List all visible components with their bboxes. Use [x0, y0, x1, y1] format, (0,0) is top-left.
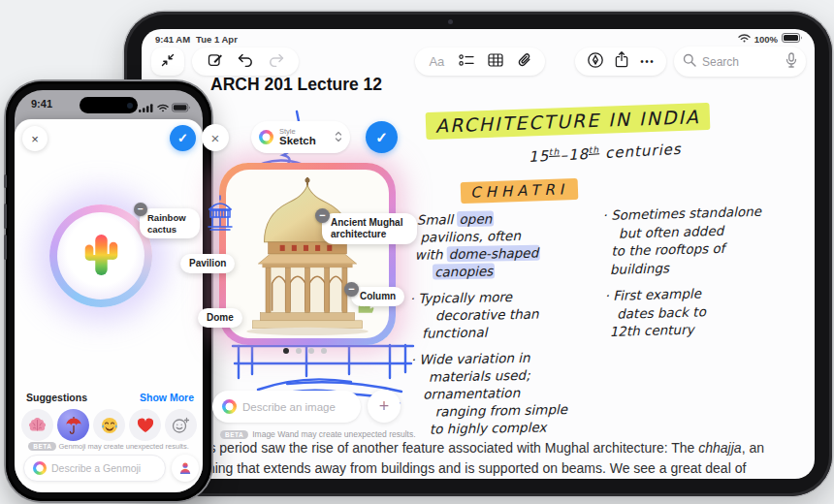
- notes-column-right: · Sometimes standalone but often added t…: [602, 201, 815, 341]
- minus-icon: −: [348, 284, 354, 295]
- remove-tag-button[interactable]: −: [344, 282, 359, 297]
- bullet-item: · Typically more decorative than functio…: [409, 286, 628, 342]
- undo-button[interactable]: [238, 53, 253, 71]
- image-wand-beta-note: BETA Image Wand may create unexpected re…: [220, 429, 416, 439]
- style-value: Sketch: [279, 136, 316, 147]
- table-button[interactable]: [488, 53, 503, 71]
- sketch-pavilion-icon: [204, 194, 237, 233]
- close-icon: ×: [31, 132, 39, 146]
- add-image-button[interactable]: +: [368, 390, 401, 423]
- chevron-up-down-icon: [335, 129, 342, 146]
- tag-column[interactable]: − Column: [351, 287, 404, 306]
- check-icon: ✓: [177, 131, 188, 145]
- text-format-button[interactable]: Aa: [429, 54, 444, 69]
- close-icon: ×: [211, 130, 220, 146]
- suggestion-umbrella-genmoji[interactable]: [57, 409, 89, 441]
- minus-icon: −: [319, 210, 325, 221]
- bullet-item: · Sometimes standalone but often added t…: [602, 201, 815, 278]
- iphone-screen: 9:41 × ✓: [15, 90, 203, 492]
- handwritten-section-title: CHHATRI: [461, 180, 579, 202]
- wifi-icon: [738, 34, 751, 45]
- genmoji-input[interactable]: Describe a Genmoji: [23, 455, 166, 482]
- handwritten-subheading: 15th–18th centuries: [529, 141, 682, 166]
- tag-pavilion[interactable]: Pavilion: [180, 254, 235, 273]
- person-icon: [178, 461, 192, 475]
- ipad-date: Tue 1 Apr: [196, 34, 238, 45]
- plus-icon: +: [379, 396, 390, 417]
- image-wand-placeholder: Describe an image: [242, 401, 336, 413]
- iphone-device: 9:41 × ✓: [6, 81, 211, 501]
- remove-tag-button[interactable]: −: [315, 208, 330, 223]
- collapse-button[interactable]: [151, 47, 184, 76]
- show-more-link[interactable]: Show More: [140, 392, 194, 403]
- more-button[interactable]: •••: [640, 56, 655, 67]
- wifi-icon: [157, 99, 169, 116]
- ipad-status-bar: 9:41 AMTue 1 Apr: [155, 34, 243, 45]
- new-genmoji-button[interactable]: [165, 409, 197, 441]
- genmoji-beta-note: BETA Genmoji may create unexpected resul…: [15, 442, 203, 451]
- ipad-status-right: 100%: [738, 33, 803, 45]
- battery-icon: [782, 33, 803, 45]
- ipad-device: 9:41 AMTue 1 Apr 100% Aa: [124, 12, 832, 496]
- minus-icon: −: [138, 205, 144, 214]
- bullet-item: · Wide variation in materials used; orna…: [410, 347, 630, 438]
- compose-button[interactable]: [208, 52, 223, 72]
- genmoji-accept-button[interactable]: ✓: [170, 125, 196, 151]
- ipad-camera: [448, 19, 453, 24]
- ipad-time: 9:41 AM: [155, 34, 190, 45]
- camera-lens: [127, 103, 133, 109]
- image-wand-accept-button[interactable]: ✓: [366, 121, 398, 153]
- volume-up-button: [4, 204, 7, 229]
- iphone-status-icons: [139, 99, 191, 116]
- redo-button[interactable]: [269, 53, 284, 71]
- genmoji-prompt-tag[interactable]: − Rainbowcactus: [140, 208, 200, 238]
- page-indicator[interactable]: [283, 348, 327, 354]
- battery-percent: 100%: [754, 34, 778, 45]
- glow-inner: [57, 212, 144, 299]
- attachment-button[interactable]: [518, 52, 531, 72]
- share-button[interactable]: [615, 51, 628, 72]
- chhatri-illustration: [228, 173, 387, 338]
- markup-button[interactable]: [587, 51, 604, 73]
- generated-image-card[interactable]: [219, 163, 396, 345]
- beta-badge: BETA: [220, 430, 248, 439]
- bullet-item: · First example dates back to 12th centu…: [604, 281, 815, 341]
- note-title: ARCH 201 Lecture 12: [210, 75, 382, 95]
- dynamic-island: [80, 97, 138, 113]
- tag-dome[interactable]: Dome: [198, 308, 242, 328]
- suggestion-laughing-emoji[interactable]: [93, 409, 125, 441]
- mic-icon[interactable]: [786, 52, 797, 72]
- edit-toolbar-group: [192, 47, 299, 76]
- handwritten-heading: ARCHITECTURE IN INDIA: [426, 106, 711, 137]
- check-icon: ✓: [375, 129, 388, 146]
- apple-intelligence-icon: [33, 461, 47, 475]
- apple-intelligence-icon: [222, 399, 237, 414]
- person-button[interactable]: [172, 455, 199, 482]
- image-wand-close-button[interactable]: ×: [202, 124, 229, 151]
- search-icon: [683, 53, 696, 71]
- generated-image: [226, 170, 389, 338]
- genmoji-preview: [49, 205, 152, 307]
- genmoji-close-button[interactable]: ×: [22, 126, 48, 151]
- ipad-screen: 9:41 AMTue 1 Apr 100% Aa: [142, 29, 815, 479]
- tag-ancient-mughal[interactable]: − Ancient Mughalarchitecture: [322, 213, 417, 244]
- stage: 9:41 AMTue 1 Apr 100% Aa: [0, 0, 834, 504]
- volume-down-button: [4, 235, 7, 260]
- apple-intelligence-icon: [259, 130, 273, 144]
- suggestion-heart-emoji[interactable]: [129, 409, 161, 441]
- suggestions-label: Suggestions: [26, 392, 87, 403]
- search-field[interactable]: Search: [674, 47, 806, 77]
- beta-badge: BETA: [28, 442, 56, 451]
- style-selector[interactable]: StyleSketch: [251, 121, 350, 153]
- suggestion-brain-emoji[interactable]: [21, 409, 53, 441]
- image-wand-input[interactable]: Describe an image: [212, 391, 361, 423]
- search-placeholder: Search: [702, 55, 780, 69]
- iphone-time: 9:41: [31, 98, 52, 110]
- collapse-icon: [161, 53, 175, 71]
- checklist-button[interactable]: [459, 53, 474, 71]
- action-button: [4, 174, 7, 188]
- tools-toolbar-group: •••: [575, 47, 666, 76]
- suggestion-row: [21, 409, 197, 441]
- format-toolbar-group: Aa: [415, 47, 545, 76]
- remove-prompt-button[interactable]: −: [134, 203, 147, 216]
